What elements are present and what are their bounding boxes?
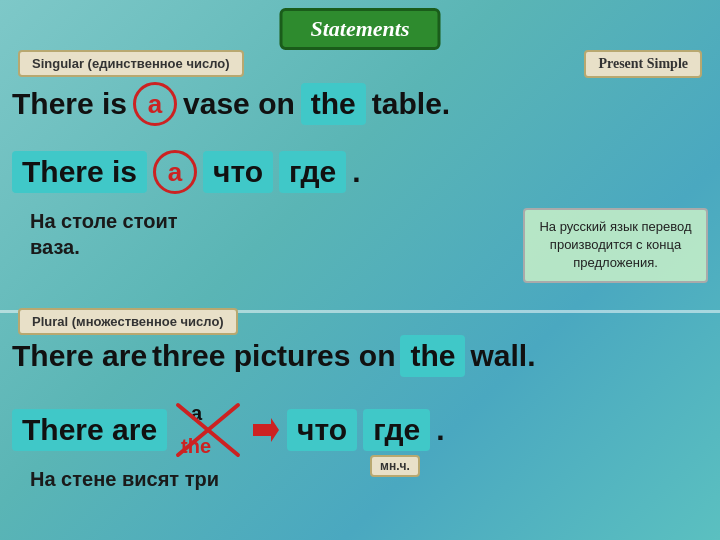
title-bar: Statements: [279, 8, 440, 50]
row3-there-are: There are: [12, 339, 147, 373]
row4-arrow: [249, 414, 281, 446]
info-box-text: На русский язык перевод производится с к…: [539, 219, 691, 270]
row1-vase-on: vase on: [183, 87, 295, 121]
row1-article-a: a: [133, 82, 177, 126]
row1-the-box: the: [301, 83, 366, 125]
row2-chto-box: что: [203, 151, 273, 193]
row2-dot: .: [352, 155, 360, 189]
translation-singular-line2: ваза.: [30, 234, 178, 260]
row3-the-box: the: [400, 335, 465, 377]
cross-icon: [173, 400, 243, 460]
row2-article-a: a: [153, 150, 197, 194]
row4-dot: .: [436, 413, 444, 447]
mn-ch-badge: мн.ч.: [370, 455, 420, 477]
row4-cross-container: a the: [173, 400, 243, 460]
row3-sentence: There are three pictures on the wall.: [12, 335, 536, 377]
row2-there-is-box: There is: [12, 151, 147, 193]
present-simple-badge: Present Simple: [584, 50, 702, 78]
row2-gde-box: где: [279, 151, 346, 193]
row4-there-are-box: There are: [12, 409, 167, 451]
row1-there-is: There is: [12, 87, 127, 121]
row4-formula: There are a the что где .: [12, 400, 445, 460]
row3-wall: wall.: [470, 339, 535, 373]
translation-plural: На стене висят три: [30, 468, 219, 491]
info-box: На русский язык перевод производится с к…: [523, 208, 708, 283]
row3-three-pictures: three pictures on: [152, 339, 395, 373]
row1-table: table.: [372, 87, 450, 121]
row2-formula: There is a что где .: [12, 150, 361, 194]
svg-marker-2: [253, 418, 279, 442]
plural-badge: Plural (множественное число): [18, 308, 238, 335]
row4-gde-box: где: [363, 409, 430, 451]
singular-badge: Singular (единственное число): [18, 50, 244, 77]
title-text: Statements: [310, 16, 409, 41]
translation-singular-line1: На столе стоит: [30, 208, 178, 234]
row4-chto-box: что: [287, 409, 357, 451]
translation-singular: На столе стоит ваза.: [30, 208, 178, 260]
row1-sentence: There is a vase on the table.: [12, 82, 450, 126]
